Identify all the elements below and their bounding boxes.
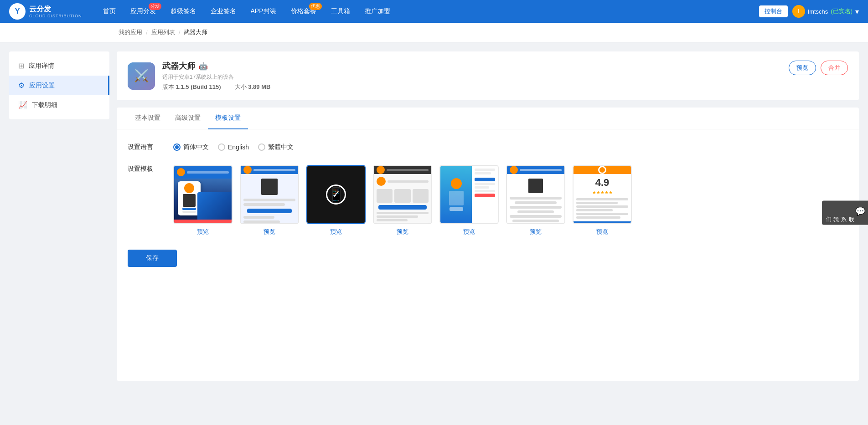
breadcrumb-myapps[interactable]: 我的应用 <box>119 28 142 36</box>
logo-name: 云分发 <box>29 5 82 13</box>
template-setting-row: 设置模板 <box>128 165 848 236</box>
dist-badge: 分发 <box>149 3 161 10</box>
user-label: lmtschs <box>808 8 828 15</box>
chevron-down-icon: ▾ <box>855 7 859 16</box>
side-contact[interactable]: 💬 联系我们 <box>822 200 868 225</box>
radio-traditional-chinese[interactable]: 繁體中文 <box>258 143 294 151</box>
app-header-card: ⚔️ 武器大师 🤖 适用于安卓17系统以上的设备 版本 1.1.5 (Build… <box>117 51 859 100</box>
template-preview-link-7[interactable]: 预览 <box>596 228 608 236</box>
lang-zh-label: 简体中文 <box>183 143 209 151</box>
template-item-5: 预览 <box>439 165 499 236</box>
template-preview-link-2[interactable]: 预览 <box>264 228 275 236</box>
nav-pricing[interactable]: 价格套餐 优惠 <box>284 0 324 23</box>
preview-button[interactable]: 预览 <box>789 61 816 75</box>
template-thumb-3[interactable]: ✓ 📱 <box>306 165 366 224</box>
breadcrumb: 我的应用 / 应用列表 / 武器大师 <box>0 23 868 42</box>
tabs-card: 基本设置 高级设置 模板设置 设置语言 简体中文 <box>117 108 859 381</box>
template-item-3: ✓ 📱 预览 <box>306 165 366 236</box>
radio-circle-zht <box>258 143 265 151</box>
size-label: 大小 3.89 MB <box>235 83 271 91</box>
template-item-1: 预览 <box>173 165 232 236</box>
nav-app-dist[interactable]: 应用分发 分发 <box>123 0 163 23</box>
lang-en-label: English <box>228 143 249 151</box>
nav-super-sign[interactable]: 超级签名 <box>163 0 203 23</box>
template-preview-link-1[interactable]: 预览 <box>197 228 209 236</box>
logo-area[interactable]: Y 云分发 CLOUD DISTRIBUTION <box>9 3 82 20</box>
template-thumb-6[interactable] <box>506 165 565 224</box>
radio-simplified-chinese[interactable]: 简体中文 <box>173 143 209 151</box>
control-console-button[interactable]: 控制台 <box>759 5 788 17</box>
app-info: 武器大师 🤖 适用于安卓17系统以上的设备 版本 1.1.5 (Build 11… <box>162 61 848 91</box>
user-area[interactable]: I lmtschs (已实名) ▾ <box>792 5 859 18</box>
language-setting-row: 设置语言 简体中文 English <box>128 143 848 151</box>
tab-basic-settings[interactable]: 基本设置 <box>128 108 168 129</box>
nav-enterprise-sign[interactable]: 企业签名 <box>203 0 243 23</box>
language-radio-group: 简体中文 English 繁體中文 <box>173 143 294 151</box>
template-thumb-5[interactable] <box>439 165 499 224</box>
nav-toolbox[interactable]: 工具箱 <box>324 0 357 23</box>
sidebar-item-app-detail[interactable]: ⊞ 应用详情 <box>9 56 109 76</box>
tab-advanced-settings[interactable]: 高级设置 <box>168 108 208 129</box>
tab-template-content: 设置语言 简体中文 English <box>117 129 859 281</box>
save-section: 保存 <box>128 250 848 267</box>
breadcrumb-applist[interactable]: 应用列表 <box>151 28 175 36</box>
lang-zht-label: 繁體中文 <box>268 143 294 151</box>
template-item-6: 预览 <box>506 165 565 236</box>
app-icon: ⚔️ <box>128 62 155 90</box>
header: Y 云分发 CLOUD DISTRIBUTION 首页 应用分发 分发 超级签名… <box>0 0 868 23</box>
tab-template-settings[interactable]: 模板设置 <box>208 108 248 129</box>
template-label: 设置模板 <box>128 165 164 173</box>
template-thumb-4[interactable] <box>373 165 432 224</box>
app-name: 武器大师 🤖 <box>162 61 848 72</box>
breadcrumb-current: 武器大师 <box>184 28 207 36</box>
radio-english[interactable]: English <box>218 143 249 151</box>
logo-icon: Y <box>9 3 26 20</box>
nav-app-wrap[interactable]: APP封装 <box>243 0 284 23</box>
app-actions: 预览 合并 <box>789 61 848 75</box>
avatar: I <box>792 5 805 18</box>
contact-icon: 💬 <box>855 206 865 217</box>
nav-home[interactable]: 首页 <box>96 0 123 23</box>
template-item-4: 预览 <box>373 165 432 236</box>
tabs-header: 基本设置 高级设置 模板设置 <box>117 108 859 129</box>
radio-circle-zh <box>173 143 181 151</box>
sidebar-item-app-settings[interactable]: ⚙ 应用设置 <box>9 76 109 95</box>
merge-button[interactable]: 合并 <box>821 61 848 75</box>
language-label: 设置语言 <box>128 143 164 151</box>
breadcrumb-sep2: / <box>179 29 181 36</box>
chart-icon: 📈 <box>18 101 27 109</box>
settings-icon: ⚙ <box>18 81 25 90</box>
template-thumb-2[interactable] <box>240 165 299 224</box>
user-status: (已实名) <box>831 7 852 15</box>
content-area: ⚔️ 武器大师 🤖 适用于安卓17系统以上的设备 版本 1.1.5 (Build… <box>117 51 859 417</box>
template-thumb-7[interactable]: 4.9 ★★★★★ <box>573 165 632 224</box>
main-nav: 首页 应用分发 分发 超级签名 企业签名 APP封装 价格套餐 优惠 工具箱 推… <box>96 0 760 23</box>
save-button[interactable]: 保存 <box>128 250 177 267</box>
sidebar-item-download-detail[interactable]: 📈 下载明细 <box>9 95 109 115</box>
sidebar-label-detail: 应用详情 <box>29 62 54 70</box>
header-right: 控制台 I lmtschs (已实名) ▾ <box>759 5 859 18</box>
app-desc: 适用于安卓17系统以上的设备 <box>162 73 848 81</box>
template-preview-link-6[interactable]: 预览 <box>530 228 542 236</box>
android-icon: 🤖 <box>199 62 208 71</box>
pricing-badge: 优惠 <box>309 3 322 10</box>
version-label: 版本 1.1.5 (Build 115) <box>162 83 221 91</box>
template-item-7: 4.9 ★★★★★ <box>573 165 632 236</box>
sidebar-label-download: 下载明细 <box>32 101 57 109</box>
template-preview-link-3[interactable]: 预览 <box>330 228 342 236</box>
nav-promotion[interactable]: 推广加盟 <box>357 0 398 23</box>
template-thumb-1[interactable] <box>173 165 232 224</box>
breadcrumb-sep1: / <box>146 29 148 36</box>
templates-grid: 预览 <box>173 165 632 236</box>
logo-sub: CLOUD DISTRIBUTION <box>29 14 82 18</box>
template-preview-link-5[interactable]: 预览 <box>463 228 475 236</box>
template-item-2: 预览 <box>240 165 299 236</box>
radio-circle-en <box>218 143 225 151</box>
grid-icon: ⊞ <box>18 61 24 70</box>
sidebar-label-settings: 应用设置 <box>29 82 55 90</box>
app-meta: 版本 1.1.5 (Build 115) 大小 3.89 MB <box>162 83 848 91</box>
template-preview-link-4[interactable]: 预览 <box>397 228 408 236</box>
main-layout: ⊞ 应用详情 ⚙ 应用设置 📈 下载明细 ⚔️ 武器大师 🤖 适用于安卓17系统… <box>0 42 868 425</box>
radio-dot-zh <box>175 145 179 149</box>
sidebar: ⊞ 应用详情 ⚙ 应用设置 📈 下载明细 <box>9 51 109 119</box>
